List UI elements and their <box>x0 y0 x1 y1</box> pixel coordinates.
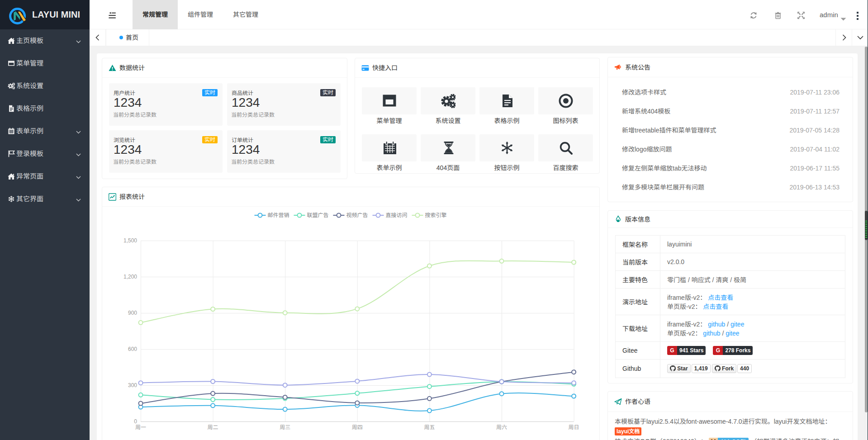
svg-text:1,200: 1,200 <box>123 274 137 280</box>
svg-text:300: 300 <box>128 382 137 388</box>
svg-text:周二: 周二 <box>208 424 218 431</box>
svg-text:600: 600 <box>128 346 137 352</box>
svg-text:周五: 周五 <box>424 424 435 431</box>
svg-text:1,500: 1,500 <box>123 237 137 244</box>
svg-text:联盟广告: 联盟广告 <box>307 212 329 218</box>
svg-text:0: 0 <box>134 418 137 425</box>
svg-text:周日: 周日 <box>569 424 579 431</box>
svg-text:视频广告: 视频广告 <box>346 212 368 218</box>
svg-text:邮件营销: 邮件营销 <box>268 212 289 218</box>
svg-text:周六: 周六 <box>496 424 507 431</box>
svg-text:周一: 周一 <box>135 424 146 431</box>
svg-text:直接访问: 直接访问 <box>386 212 408 218</box>
svg-text:周三: 周三 <box>280 424 290 431</box>
svg-text:周四: 周四 <box>352 424 363 431</box>
svg-text:900: 900 <box>128 310 137 316</box>
svg-text:搜索引擎: 搜索引擎 <box>425 212 447 218</box>
